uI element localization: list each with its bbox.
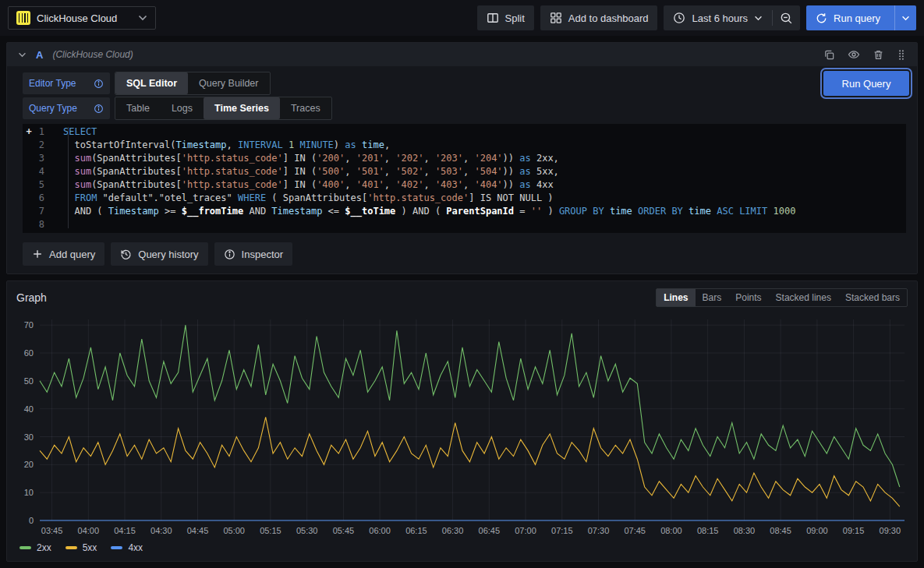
- clickhouse-logo-icon: [16, 11, 30, 25]
- chart-area[interactable]: 01020304050607003:4504:0004:1504:3004:45…: [7, 310, 917, 539]
- sql-line: 3 sum(SpanAttributes['http.status_code']…: [23, 152, 906, 165]
- legend-dash-2xx: [19, 546, 31, 549]
- svg-text:05:30: 05:30: [296, 526, 318, 535]
- datasource-name: ClickHouse Cloud: [37, 12, 132, 24]
- tab-time-series[interactable]: Time Series: [204, 97, 280, 119]
- tab-traces[interactable]: Traces: [280, 97, 331, 119]
- sql-line: 5 sum(SpanAttributes['http.status_code']…: [23, 178, 906, 192]
- legend-label-5xx: 5xx: [83, 542, 97, 553]
- svg-text:04:30: 04:30: [150, 526, 172, 535]
- chevron-down-icon: [138, 15, 147, 21]
- query-history-button[interactable]: Query history: [111, 242, 207, 266]
- run-query-button[interactable]: Run query: [806, 5, 916, 30]
- run-query-label: Run query: [834, 12, 880, 24]
- svg-text:06:00: 06:00: [369, 526, 391, 535]
- split-icon: [487, 12, 499, 24]
- svg-text:08:30: 08:30: [734, 526, 756, 535]
- legend-item-2xx[interactable]: 2xx: [19, 542, 51, 553]
- info-icon[interactable]: [94, 104, 104, 114]
- sql-line: 8: [23, 218, 906, 231]
- add-to-dashboard-label: Add to dashboard: [568, 12, 649, 24]
- panel-title: Graph: [16, 291, 47, 304]
- sql-line: 2 toStartOfInterval(Timestamp, INTERVAL …: [23, 139, 906, 152]
- drag-handle-icon[interactable]: [897, 49, 906, 61]
- svg-text:06:45: 06:45: [479, 526, 501, 535]
- graph-panel-header: Graph Lines Bars Points Stacked lines St…: [7, 281, 917, 310]
- svg-text:60: 60: [24, 348, 34, 358]
- query-editor-section: A (ClickHouse Cloud) Editor Type: [6, 42, 918, 274]
- mode-lines[interactable]: Lines: [657, 289, 695, 306]
- svg-text:0: 0: [29, 516, 34, 525]
- chart-legend: 2xx 5xx 4xx: [7, 539, 917, 561]
- svg-text:05:15: 05:15: [260, 526, 281, 535]
- add-to-dashboard-button[interactable]: Add to dashboard: [540, 5, 658, 30]
- graph-panel: Graph Lines Bars Points Stacked lines St…: [6, 280, 918, 562]
- zoom-out-icon: [780, 12, 793, 25]
- zoom-out-button[interactable]: [773, 5, 800, 30]
- time-picker-group: Last 6 hours: [664, 5, 800, 30]
- split-button[interactable]: Split: [477, 5, 534, 30]
- delete-query-trash-icon[interactable]: [873, 49, 884, 61]
- svg-text:04:15: 04:15: [114, 526, 136, 535]
- split-label: Split: [505, 12, 525, 24]
- editor-type-label: Editor Type: [23, 72, 110, 94]
- query-datasource-hint: (ClickHouse Cloud): [52, 49, 133, 60]
- editor-run-query-button[interactable]: Run Query: [823, 71, 909, 96]
- duplicate-query-icon[interactable]: [823, 49, 835, 61]
- svg-text:10: 10: [24, 488, 34, 497]
- inspector-button[interactable]: Inspector: [214, 242, 292, 266]
- mode-stacked-bars[interactable]: Stacked bars: [838, 289, 907, 306]
- legend-item-5xx[interactable]: 5xx: [65, 542, 97, 553]
- datasource-picker[interactable]: ClickHouse Cloud: [8, 6, 156, 30]
- history-icon: [120, 249, 132, 260]
- svg-text:04:00: 04:00: [78, 526, 100, 535]
- info-icon[interactable]: [94, 79, 104, 89]
- option-query-builder[interactable]: Query Builder: [188, 72, 269, 94]
- svg-text:30: 30: [24, 432, 34, 442]
- svg-text:08:45: 08:45: [770, 526, 791, 535]
- query-row-body: Editor Type SQL Editor Query Builder Que…: [7, 66, 917, 273]
- inspector-label: Inspector: [242, 249, 283, 260]
- legend-dash-4xx: [111, 546, 122, 549]
- query-type-row: Query Type Table Logs Time Series Traces: [23, 97, 909, 119]
- editor-type-row: Editor Type SQL Editor Query Builder: [23, 72, 909, 94]
- svg-text:06:30: 06:30: [442, 526, 464, 535]
- collapse-chevron-icon[interactable]: [18, 52, 27, 58]
- svg-text:20: 20: [24, 460, 34, 469]
- mode-stacked-lines[interactable]: Stacked lines: [769, 289, 838, 306]
- mode-points[interactable]: Points: [728, 289, 768, 306]
- chart-svg[interactable]: 01020304050607003:4504:0004:1504:3004:45…: [13, 312, 911, 539]
- svg-text:06:15: 06:15: [405, 526, 427, 535]
- topbar-actions: Split Add to dashboard Last 6 hours: [477, 5, 916, 30]
- apps-grid-icon: [550, 12, 562, 24]
- run-query-caret[interactable]: [894, 5, 916, 30]
- query-history-label: Query history: [138, 249, 198, 260]
- tab-logs[interactable]: Logs: [161, 97, 204, 119]
- sql-line: 6 FROM "default"."otel_traces" WHERE ( S…: [23, 192, 906, 205]
- mode-bars[interactable]: Bars: [696, 289, 729, 306]
- add-query-label: Add query: [49, 249, 95, 260]
- query-header-icons: [823, 48, 906, 61]
- query-actions-row: Add query Query history Inspector: [23, 242, 909, 266]
- sql-editor[interactable]: +1SELECT2 toStartOfInterval(Timestamp, I…: [23, 124, 906, 233]
- option-sql-editor[interactable]: SQL Editor: [115, 72, 188, 94]
- info-circle-icon: [224, 249, 235, 260]
- svg-text:09:30: 09:30: [880, 526, 901, 535]
- tab-table[interactable]: Table: [115, 97, 161, 119]
- legend-label-2xx: 2xx: [37, 542, 51, 553]
- svg-text:07:00: 07:00: [515, 526, 536, 535]
- svg-text:09:15: 09:15: [843, 526, 865, 535]
- query-row-header[interactable]: A (ClickHouse Cloud): [7, 43, 917, 66]
- svg-text:05:00: 05:00: [223, 526, 245, 535]
- svg-text:70: 70: [24, 320, 34, 330]
- svg-text:07:15: 07:15: [551, 526, 573, 535]
- indent-guide: [68, 127, 69, 228]
- time-range-caret-icon: [754, 16, 763, 21]
- add-query-button[interactable]: Add query: [23, 242, 104, 266]
- sql-line: 4 sum(SpanAttributes['http.status_code']…: [23, 165, 906, 178]
- legend-item-4xx[interactable]: 4xx: [111, 542, 143, 553]
- sql-line: 7 AND ( Timestamp >= $__fromTime AND Tim…: [23, 205, 906, 218]
- time-range-button[interactable]: Last 6 hours: [664, 5, 772, 30]
- hide-response-eye-icon[interactable]: [848, 48, 860, 61]
- svg-text:50: 50: [24, 376, 34, 386]
